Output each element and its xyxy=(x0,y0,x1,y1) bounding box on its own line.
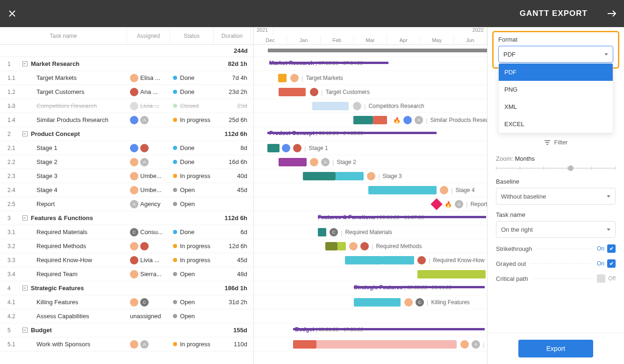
task-row[interactable]: 2.1 Stage 1Done8d xyxy=(0,141,253,155)
task-row[interactable]: 4.2 Assess CapabilitiesunassignedOpen xyxy=(0,309,253,323)
task-name: Killing Features xyxy=(29,299,127,306)
task-row[interactable]: 3.4 Required TeamSierra...Open48d xyxy=(0,267,253,281)
format-dropdown: PDFPNGXMLEXCEL xyxy=(498,63,613,133)
zoom-slider[interactable] xyxy=(496,165,616,171)
task-row[interactable]: 2.5 ReportAAgencyOpen xyxy=(0,197,253,211)
collapse-icon[interactable]: − xyxy=(22,215,28,221)
gantt-group-bar[interactable] xyxy=(269,62,388,64)
task-assigned: Livia ... xyxy=(127,256,170,264)
task-duration: 16d 6h xyxy=(214,158,251,165)
forward-arrow-icon[interactable] xyxy=(606,8,617,19)
gantt-group-bar[interactable] xyxy=(354,286,485,288)
format-option-excel[interactable]: EXCEL xyxy=(499,115,613,133)
zoom-slider-thumb[interactable] xyxy=(568,165,574,171)
task-duration: 23d xyxy=(214,102,251,109)
task-status: Done xyxy=(170,158,214,165)
gantt-task-bar[interactable] xyxy=(303,172,336,180)
task-row[interactable]: 2.4 Stage 4Umbe...Open45d xyxy=(0,183,253,197)
gantt-task-bar[interactable] xyxy=(373,116,387,124)
task-index: 4.1 xyxy=(0,299,21,306)
gantt-chart[interactable]: 2021 2022 DecJanFebMarAprMayJun Market R… xyxy=(254,27,487,364)
gantt-task-bar[interactable] xyxy=(354,298,401,307)
gantt-task-bar[interactable] xyxy=(353,116,373,124)
gantt-task-bar[interactable] xyxy=(318,228,326,236)
task-duration: 186d 1h xyxy=(214,285,251,292)
task-row[interactable]: 3.3 Required Know-HowLivia ...In progres… xyxy=(0,253,253,267)
task-group-row[interactable]: 3 − Features & Functions 112d 6h xyxy=(0,211,253,225)
task-duration: 40d xyxy=(214,172,251,179)
task-duration: 48d xyxy=(214,271,251,278)
task-group-row[interactable]: 4 − Strategic Features 186d 1h xyxy=(0,281,253,295)
gantt-task-bar[interactable] xyxy=(267,144,280,152)
gantt-task-bar[interactable] xyxy=(278,74,287,82)
task-group-row[interactable]: 2 − Product Concept 112d 6h xyxy=(0,127,253,141)
gantt-task-bar[interactable] xyxy=(336,172,364,180)
format-option-png[interactable]: PNG xyxy=(499,81,613,98)
gantt-task-bar[interactable] xyxy=(316,340,457,349)
task-row[interactable]: 3.2 Required MethodsIn progress12d 6h xyxy=(0,239,253,253)
format-option-xml[interactable]: XML xyxy=(499,98,613,115)
gantt-task-bar[interactable] xyxy=(279,88,306,96)
task-assigned: Livia ... xyxy=(127,102,170,110)
task-name: Stage 2 xyxy=(29,158,127,165)
year-label-2022: 2022 xyxy=(273,27,487,36)
col-header-name: Task name xyxy=(0,27,127,44)
collapse-icon[interactable]: − xyxy=(22,285,28,291)
format-select[interactable]: PDF xyxy=(498,46,613,63)
gantt-task-row: |Required Know-How xyxy=(254,253,487,267)
gantt-group-bar[interactable] xyxy=(318,216,486,218)
task-assigned: A xyxy=(127,340,170,349)
task-row[interactable]: 2.3 Stage 3Umbe...In progress40d xyxy=(0,169,253,183)
gantt-task-row: |Competitors Research xyxy=(254,99,487,113)
filter-button[interactable]: Filter xyxy=(496,139,616,146)
gantt-task-bar[interactable] xyxy=(345,256,382,264)
close-icon[interactable] xyxy=(7,8,18,19)
strikethrough-toggle[interactable]: On xyxy=(597,244,616,253)
milestone-icon[interactable] xyxy=(430,198,442,210)
gantt-task-bar[interactable] xyxy=(368,186,437,194)
taskname-select[interactable]: On the right xyxy=(496,221,616,238)
gantt-task-bar[interactable] xyxy=(293,340,316,349)
task-index: 2 xyxy=(0,131,21,137)
format-option-pdf[interactable]: PDF xyxy=(499,64,613,81)
collapse-icon[interactable]: − xyxy=(22,61,28,66)
gantt-task-label: |Stage 4 xyxy=(440,186,475,194)
avatar xyxy=(130,158,138,166)
avatar xyxy=(404,298,413,307)
task-group-row[interactable]: 1 − Market Research 82d 1h xyxy=(0,57,253,71)
task-row[interactable]: 1.2 Target CustomersAna ...Done23d 2h xyxy=(0,85,253,99)
task-row[interactable]: 1.3 Competitors ResearchLivia ...Closed2… xyxy=(0,99,253,113)
gantt-task-bar[interactable] xyxy=(279,158,307,166)
grayedout-label: Grayed out xyxy=(496,260,526,267)
gantt-task-bar[interactable] xyxy=(382,256,414,264)
gantt-task-row: |Stage 4 xyxy=(254,183,487,197)
gantt-group-bar[interactable] xyxy=(293,328,485,330)
criticalpath-toggle[interactable]: Off xyxy=(597,274,616,283)
task-row[interactable]: 5.1 Work with SponsorsAIn progress110d xyxy=(0,337,253,351)
avatar xyxy=(310,88,318,96)
export-button[interactable]: Export xyxy=(518,340,593,357)
task-row[interactable]: 1.4 Similar Products ResearchAIn progres… xyxy=(0,113,253,127)
grayedout-toggle[interactable]: On xyxy=(597,259,616,268)
gantt-task-bar[interactable] xyxy=(337,242,346,250)
task-row[interactable]: 2.2 Stage 2ADone16d 6h xyxy=(0,155,253,169)
task-group-row[interactable]: 5 − Budget 155d xyxy=(0,323,253,337)
month-label: Apr xyxy=(387,36,420,45)
month-label: Jun xyxy=(454,36,487,45)
gantt-task-bar[interactable] xyxy=(417,270,486,278)
gantt-task-bar[interactable] xyxy=(312,102,349,110)
avatar xyxy=(349,242,358,250)
gantt-task-bar[interactable] xyxy=(325,242,337,250)
month-label: Dec xyxy=(254,36,287,45)
collapse-icon[interactable]: − xyxy=(22,328,28,333)
gantt-group-bar[interactable] xyxy=(267,132,437,134)
task-index: 5.1 xyxy=(0,341,21,348)
task-row[interactable]: 4.1 Killing FeaturesCOpen31d 2h xyxy=(0,295,253,309)
baseline-select[interactable]: Without baseline xyxy=(496,188,616,205)
avatar xyxy=(130,186,138,194)
task-row[interactable]: 1.1 Target MarketsElisa ...Done7d 4h xyxy=(0,71,253,85)
task-row[interactable]: 3.1 Required MaterialsCConsu...Done6d xyxy=(0,225,253,239)
avatar: A xyxy=(140,116,149,124)
collapse-icon[interactable]: − xyxy=(22,131,28,136)
gantt-task-row: |Stage 3 xyxy=(254,169,487,183)
